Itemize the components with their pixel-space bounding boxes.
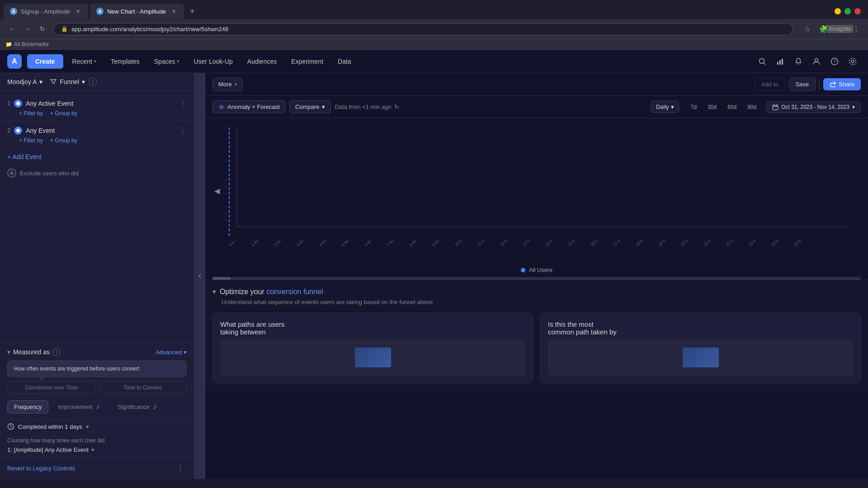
date-range-button[interactable]: Oct 31, 2023 - Nov 14, 2023 ▾ — [766, 101, 861, 113]
refresh-icon[interactable]: ↻ — [394, 103, 399, 110]
create-button[interactable]: Create — [27, 54, 63, 69]
chart-icon — [776, 57, 784, 66]
event-menu-2[interactable]: ⋮ — [179, 126, 187, 135]
anomaly-forecast-button[interactable]: Anomaly + Forecast — [212, 100, 286, 113]
exclude-section[interactable]: ⊕ Exclude users who did — [0, 165, 194, 181]
share-button[interactable]: Share — [823, 78, 861, 90]
optimize-collapse-icon[interactable]: ▾ — [212, 287, 216, 296]
collapse-panel-button[interactable] — [194, 73, 205, 479]
event-name-2[interactable]: Any Event — [26, 127, 176, 134]
url-bar[interactable]: 🔒 app.amplitude.com/analytics/moodjoy2/c… — [53, 23, 793, 35]
chart-icon-button[interactable] — [772, 53, 788, 70]
30d-button[interactable]: 30d — [703, 102, 721, 112]
metric-tab-significance-label: Significance — [118, 404, 149, 410]
nav-item-recent[interactable]: Recent ▾ — [67, 54, 102, 69]
x-label-7: 7 times — [386, 240, 403, 247]
event-num-1: 1 — [7, 100, 10, 107]
event-menu-1[interactable]: ⋮ — [179, 99, 187, 108]
nav-item-audiences[interactable]: Audiences — [242, 54, 282, 69]
metric-tab-conversion[interactable]: Conversion over Time — [7, 381, 96, 394]
advanced-button[interactable]: Advanced ▾ — [156, 349, 187, 356]
tab-favicon-2: A — [96, 8, 104, 15]
nav-item-spaces[interactable]: Spaces ▾ — [149, 54, 185, 69]
x-label-0: 0 ti... — [228, 240, 245, 247]
compare-chevron-icon: ▾ — [322, 103, 325, 110]
x-label-19: 19 times — [657, 240, 674, 247]
more-dropdown-button[interactable]: More ▾ — [212, 78, 243, 91]
exclude-icon: ⊕ — [7, 169, 16, 178]
nav-item-data[interactable]: Data — [332, 54, 357, 69]
funnel-selector[interactable]: Funnel ▾ — [50, 78, 85, 85]
add-to-button[interactable]: Add to — [755, 78, 785, 91]
measured-header: ▾ Measured as i Advanced ▾ — [7, 348, 187, 356]
filter-by-button-2[interactable]: + Filter by — [19, 137, 43, 144]
nav-item-userlookup[interactable]: User Look-Up — [188, 54, 238, 69]
x-label-24: 24 times — [770, 240, 787, 247]
metric-tab-frequency[interactable]: Frequency — [7, 400, 48, 413]
card-placeholder-1 — [355, 347, 391, 367]
nav-item-experiment[interactable]: Experiment — [286, 54, 329, 69]
right-panel: More ▾ Add to Save Share — [205, 73, 868, 479]
time-range-buttons: 7d 30d 60d 90d — [686, 102, 761, 112]
nav-item-recent-label: Recent — [72, 58, 92, 65]
filter-by-button-1[interactable]: + Filter by — [19, 110, 43, 117]
revert-button[interactable]: Revert to Legacy Controls — [7, 465, 75, 472]
refresh-button[interactable]: ↻ — [36, 23, 49, 35]
more-options-button[interactable]: ⋮ — [174, 462, 187, 474]
exclude-label: Exclude users who did — [20, 170, 79, 177]
new-tab-button[interactable]: + — [186, 5, 198, 18]
more-chevron-icon: ▾ — [235, 82, 237, 87]
daily-chevron-icon: ▾ — [671, 103, 674, 110]
maximize-button[interactable] — [844, 8, 851, 14]
svg-point-10 — [849, 58, 856, 65]
bookmarks-folder-icon: 📁 — [5, 41, 12, 47]
tab-label-1: Signup - Amplitude — [21, 8, 70, 15]
compare-button[interactable]: Compare ▾ — [289, 100, 331, 113]
bell-icon-button[interactable] — [790, 53, 807, 70]
profile-button[interactable]: Incognito — [834, 23, 846, 35]
counting-value[interactable]: 1: [Amplitude] Any Active Event ▾ — [7, 446, 187, 453]
tab-close-1[interactable]: ✕ — [74, 7, 82, 15]
group-by-button-1[interactable]: + Group by — [50, 110, 77, 117]
collapse-measured-icon[interactable]: ▾ — [7, 348, 10, 356]
chevron-down-icon-2: ▾ — [177, 59, 179, 64]
info-icon[interactable]: i — [89, 78, 97, 86]
metric-tab-time-to-convert[interactable]: Time to Convert — [99, 381, 187, 394]
forward-button[interactable]: → — [21, 23, 33, 35]
metric-tab-improvement[interactable]: Improvement — [51, 400, 108, 413]
tab-close-2[interactable]: ✕ — [170, 7, 178, 15]
add-event-button[interactable]: + Add Event — [0, 149, 194, 165]
close-button[interactable] — [854, 8, 861, 14]
minimize-button[interactable] — [835, 8, 841, 14]
back-button[interactable]: ← — [5, 23, 18, 35]
help-icon-button[interactable]: ? — [826, 53, 843, 70]
tab-signup[interactable]: A Signup - Amplitude ✕ — [4, 4, 88, 19]
event-name-1[interactable]: Any Active Event — [26, 100, 176, 107]
search-icon-button[interactable] — [754, 53, 770, 70]
org-selector[interactable]: Moodjoy A ▾ — [7, 78, 42, 85]
nav-item-templates[interactable]: Templates — [105, 54, 145, 69]
user-icon-button[interactable] — [808, 53, 825, 70]
90d-button[interactable]: 90d — [743, 102, 761, 112]
settings-icon-button[interactable] — [844, 53, 861, 70]
app-logo[interactable]: A — [7, 54, 22, 69]
star-button[interactable]: ☆ — [801, 23, 814, 35]
optimize-card-2: Is this the most common path taken by — [540, 313, 861, 383]
x-label-15: 15 times — [567, 240, 584, 247]
menu-button[interactable]: ⋮ — [850, 23, 863, 35]
measured-info-icon[interactable]: i — [52, 348, 61, 356]
save-button[interactable]: Save — [789, 78, 816, 91]
daily-dropdown-button[interactable]: Daily ▾ — [651, 101, 679, 113]
x-label-5: 5 times — [341, 240, 358, 247]
app: A Create Recent ▾ Templates Spaces ▾ Use… — [0, 50, 868, 479]
optimize-card-title-1: What paths are users taking between — [220, 320, 525, 336]
60d-button[interactable]: 60d — [723, 102, 741, 112]
completion-row[interactable]: Completed within 1 days ▾ — [7, 423, 187, 430]
group-by-button-2[interactable]: + Group by — [50, 137, 77, 144]
panel-footer: Revert to Legacy Controls ⋮ — [0, 457, 194, 479]
tab-new-chart[interactable]: A New Chart - Amplitude ✕ — [90, 4, 184, 19]
metric-tab-significance[interactable]: Significance — [111, 400, 165, 413]
chart-left-arrow[interactable]: ◀ — [214, 187, 220, 195]
svg-line-1 — [764, 63, 766, 65]
7d-button[interactable]: 7d — [686, 102, 701, 112]
